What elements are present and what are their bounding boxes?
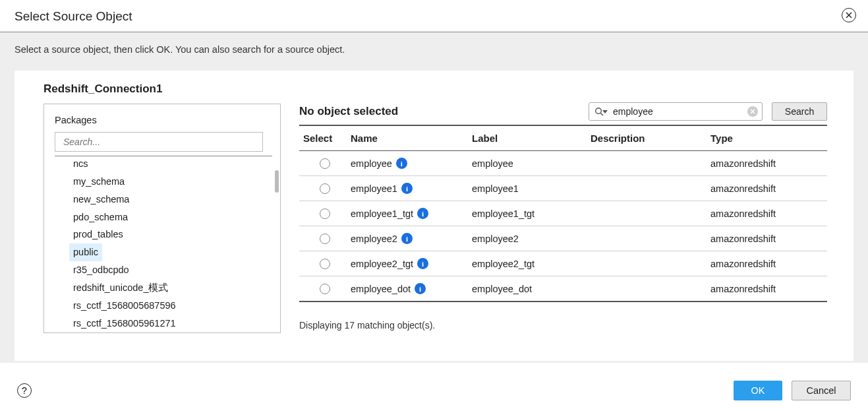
chevron-down-icon[interactable] <box>602 110 608 113</box>
row-label: employee <box>472 158 591 169</box>
package-item[interactable]: new_schema <box>69 191 133 208</box>
row-label: employee2_tgt <box>472 259 591 269</box>
package-item[interactable]: rs_cctf_1568005687596 <box>69 297 180 315</box>
packages-label: Packages <box>55 115 275 125</box>
dialog-instruction: Select a source object, then click OK. Y… <box>14 44 854 55</box>
th-select: Select <box>299 133 351 144</box>
dialog-title: Select Source Object <box>14 9 132 24</box>
row-name: employee_dot <box>351 284 411 294</box>
dialog-body: Select a source object, then click OK. Y… <box>0 32 868 363</box>
package-item[interactable]: pdo_schema <box>69 208 132 226</box>
packages-search-input[interactable] <box>55 132 263 152</box>
row-name: employee2 <box>351 234 397 244</box>
row-type: amazonredshift <box>710 208 816 219</box>
package-item[interactable]: rs_cctf_1568005961271 <box>69 315 180 332</box>
package-item[interactable]: public <box>69 243 102 261</box>
table-row[interactable]: employee1iemployee1amazonredshift <box>299 176 827 201</box>
select-radio[interactable] <box>320 183 330 194</box>
select-radio[interactable] <box>320 208 330 219</box>
table-header-row: Select Name Label Description Type <box>299 126 827 150</box>
select-radio[interactable] <box>320 259 330 269</box>
svg-point-2 <box>596 108 602 114</box>
package-item[interactable]: prod_tables <box>69 226 127 243</box>
row-type: amazonredshift <box>710 183 816 194</box>
main-panel: Redshift_Connection1 Packages ncsmy_sche… <box>14 71 854 361</box>
package-item[interactable]: my_schema <box>69 173 129 191</box>
close-icon[interactable] <box>842 8 856 22</box>
row-label: employee2 <box>472 234 591 244</box>
th-label: Label <box>472 133 591 144</box>
packages-panel: Packages ncsmy_schemanew_schemapdo_schem… <box>43 104 281 333</box>
table-row[interactable]: employee2iemployee2amazonredshift <box>299 226 827 251</box>
table-row[interactable]: employeeiemployeeamazonredshift <box>299 151 827 175</box>
select-radio[interactable] <box>320 158 330 169</box>
cancel-button[interactable]: Cancel <box>792 381 851 400</box>
divider <box>55 156 272 156</box>
connection-title: Redshift_Connection1 <box>43 82 827 96</box>
row-name: employee <box>351 158 392 169</box>
package-item[interactable]: ncs <box>69 162 92 173</box>
table-row[interactable]: employee1_tgtiemployee1_tgtamazonredshif… <box>299 201 827 226</box>
results-count: Displaying 17 matching object(s). <box>299 320 827 331</box>
th-type: Type <box>710 133 816 144</box>
dialog-header: Select Source Object <box>0 0 868 32</box>
row-name: employee1_tgt <box>351 208 413 219</box>
row-name: employee1 <box>351 183 397 194</box>
package-item[interactable]: redshift_unicode_模式 <box>69 279 172 297</box>
info-icon[interactable]: i <box>415 283 426 294</box>
row-type: amazonredshift <box>710 158 816 169</box>
search-button[interactable]: Search <box>772 102 827 121</box>
info-icon[interactable]: i <box>396 158 407 169</box>
row-type: amazonredshift <box>710 259 816 269</box>
info-icon[interactable]: i <box>417 208 428 219</box>
packages-scrollbar[interactable] <box>275 170 279 193</box>
clear-search-icon[interactable] <box>747 106 758 117</box>
table-row[interactable]: employee_dotiemployee_dotamazonredshift <box>299 276 827 301</box>
row-label: employee_dot <box>472 284 591 294</box>
objects-panel: No object selected Search <box>299 104 827 333</box>
select-radio[interactable] <box>320 234 330 244</box>
row-type: amazonredshift <box>710 284 816 294</box>
th-name: Name <box>351 133 472 144</box>
package-item[interactable]: r35_odbcpdo <box>69 261 133 279</box>
select-radio[interactable] <box>320 284 330 294</box>
row-type: amazonredshift <box>710 234 816 244</box>
dialog-footer: ? OK Cancel <box>0 370 868 411</box>
help-icon[interactable]: ? <box>17 383 32 398</box>
table-body: employeeiemployeeamazonredshiftemployee1… <box>299 151 827 301</box>
info-icon[interactable]: i <box>417 258 428 269</box>
object-search-input[interactable] <box>609 106 747 117</box>
packages-list[interactable]: ncsmy_schemanew_schemapdo_schemaprod_tab… <box>55 162 275 333</box>
th-description: Description <box>591 133 710 144</box>
selection-status: No object selected <box>299 105 398 118</box>
table-row[interactable]: employee2_tgtiemployee2_tgtamazonredshif… <box>299 251 827 276</box>
row-label: employee1_tgt <box>472 208 591 219</box>
info-icon[interactable]: i <box>401 233 413 244</box>
info-icon[interactable]: i <box>401 183 413 194</box>
select-source-dialog: Select Source Object Select a source obj… <box>0 0 868 411</box>
row-label: employee1 <box>472 183 591 194</box>
objects-table: Select Name Label Description Type emplo… <box>299 125 827 312</box>
row-name: employee2_tgt <box>351 259 413 269</box>
object-search-box[interactable] <box>589 102 763 121</box>
svg-line-3 <box>600 113 603 115</box>
package-item[interactable]: rs_cctf_1568006388477 <box>69 332 180 333</box>
ok-button[interactable]: OK <box>734 381 782 400</box>
